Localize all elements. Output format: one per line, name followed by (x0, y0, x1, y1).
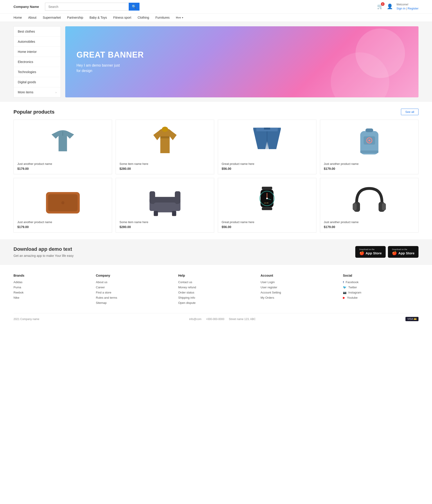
nav-supermarket[interactable]: Supermarket (43, 16, 61, 19)
cart-button[interactable]: 🛒 0 (377, 4, 383, 9)
footer-brand-nike[interactable]: Nike (13, 296, 89, 299)
footer-brand-reebok[interactable]: Reebok (13, 291, 89, 294)
nav-more-dropdown[interactable]: More ▾ (176, 16, 183, 19)
main-section: Best clothes Automobiles Home interior E… (0, 22, 432, 102)
product-price-7: $56.00 (222, 225, 313, 229)
footer-user-login[interactable]: User Login (261, 280, 336, 284)
footer-user-register[interactable]: User register (261, 286, 336, 289)
nav-home[interactable]: Home (13, 16, 22, 19)
footer-order-status[interactable]: Order status (178, 291, 254, 294)
search-button[interactable]: 🔍 (129, 3, 139, 10)
facebook-icon: f (343, 280, 344, 284)
sidebar-item-home-interior[interactable]: Home interior (14, 47, 61, 57)
product-image-6 (119, 182, 210, 218)
product-name-4: Just another product name (324, 162, 415, 165)
svg-rect-5 (264, 128, 270, 130)
footer-email: info@com (189, 318, 201, 321)
sidebar-item-technologies[interactable]: Technologies (14, 67, 61, 77)
product-price-4: $179.00 (324, 167, 415, 171)
footer-money-refund[interactable]: Money refund (178, 286, 254, 289)
product-card-1[interactable]: Just another product name $179.00 (13, 120, 112, 174)
search-input[interactable] (45, 3, 129, 10)
appstore-button-2[interactable]: Download on the 🍎 App Store (388, 246, 419, 258)
svg-text:12:45: 12:45 (264, 202, 269, 204)
sidebar-item-more-items[interactable]: More items › (14, 87, 61, 97)
footer-brands: Brands Adidas Puma Reebok Nike (13, 274, 89, 306)
sidebar-item-digital-goods[interactable]: Digital goods (14, 77, 61, 87)
footer-shipping-info[interactable]: Shipping info (178, 296, 254, 299)
footer-open-dispute[interactable]: Open dispute (178, 301, 254, 305)
footer-copyright: 2021 Company name (13, 318, 39, 321)
nav-more-label: More (176, 16, 181, 19)
footer-instagram[interactable]: 📷 Instagram (343, 291, 419, 294)
product-image-2 (119, 124, 210, 160)
footer-brand-puma[interactable]: Puma (13, 286, 89, 289)
sidebar-item-electronics[interactable]: Electronics (14, 57, 61, 67)
sign-register-links: Sign in | Register (396, 7, 419, 10)
svg-rect-36 (382, 203, 386, 210)
sidebar: Best clothes Automobiles Home interior E… (13, 26, 61, 97)
product-image-8 (324, 182, 415, 218)
footer-rules-terms[interactable]: Rules and terms (96, 296, 171, 299)
footer-brand-adidas[interactable]: Adidas (13, 280, 89, 284)
sidebar-item-best-clothes[interactable]: Best clothes (14, 27, 61, 37)
svg-point-30 (267, 198, 268, 199)
app-download-section: Download app demo text Get an amazing ap… (0, 239, 432, 264)
product-price-8: $179.00 (324, 225, 415, 229)
footer-my-orders[interactable]: My Orders (261, 296, 336, 299)
footer-account-setting[interactable]: Account Setting (261, 291, 336, 294)
svg-rect-35 (353, 203, 357, 210)
footer-company-title: Company (96, 274, 171, 277)
svg-rect-2 (160, 136, 170, 138)
footer-contact[interactable]: Contact us (178, 280, 254, 284)
footer-find-store[interactable]: Find a store (96, 291, 171, 294)
product-card-6[interactable]: Some item name here $280.00 (116, 178, 214, 233)
product-name-7: Great product name here (222, 220, 313, 224)
nav-furnitures[interactable]: Furnitures (156, 16, 170, 19)
nav-fitness[interactable]: Fitness sport (113, 16, 131, 19)
sidebar-label: Electronics (18, 60, 33, 64)
footer-account: Account User Login User register Account… (261, 274, 336, 306)
product-image-5 (17, 182, 108, 218)
sidebar-label: Technologies (18, 70, 36, 74)
nav-baby-toys[interactable]: Baby & Toys (90, 16, 107, 19)
sidebar-label: More items (18, 90, 33, 94)
see-all-button[interactable]: See all (401, 109, 419, 115)
nav-about[interactable]: About (28, 16, 37, 19)
appstore-label-big-1: 🍎 App Store (359, 251, 382, 255)
footer-social: Social f Facebook 🐦 Twitter 📷 Instagram … (343, 274, 419, 306)
sidebar-item-automobiles[interactable]: Automobiles (14, 37, 61, 47)
product-card-2[interactable]: Some item name here $280.00 (116, 120, 214, 174)
product-price-6: $280.00 (119, 225, 210, 229)
product-name-8: Just another product name (324, 220, 415, 224)
svg-rect-23 (262, 187, 272, 189)
footer-columns: Brands Adidas Puma Reebok Nike Company A… (13, 274, 419, 306)
product-card-8[interactable]: Just another product name $179.00 (320, 178, 419, 233)
user-icon[interactable]: 👤 (387, 4, 393, 9)
footer-twitter[interactable]: 🐦 Twitter (343, 286, 419, 289)
product-name-3: Great product name here (222, 162, 313, 165)
sidebar-label: Home interior (18, 50, 37, 54)
popular-products-section: Popular products See all Just another pr… (0, 102, 432, 239)
product-name-5: Just another product name (17, 220, 108, 224)
nav-partnership[interactable]: Partnership (67, 16, 83, 19)
appstore-button-1[interactable]: Download on the 🍎 App Store (355, 246, 386, 258)
sign-in-link[interactable]: Sign in (396, 7, 405, 10)
product-card-5[interactable]: Just another product name $179.00 (13, 178, 112, 233)
footer-address: Street name 123, ABC (229, 318, 256, 321)
footer-sitemap[interactable]: Sitemap (96, 301, 171, 305)
register-link[interactable]: Register (408, 7, 419, 10)
nav-more-arrow-icon: ▾ (182, 16, 183, 19)
footer-social-title: Social (343, 274, 419, 277)
svg-rect-21 (149, 191, 155, 200)
footer-career[interactable]: Career (96, 286, 171, 289)
product-card-3[interactable]: Great product name here $56.00 (218, 120, 316, 174)
nav-clothing[interactable]: Clothing (138, 16, 149, 19)
product-card-7[interactable]: 12:45 Great product name here $56.00 (218, 178, 316, 233)
footer-contact-info: info@com +000-000-0000 Street name 123, … (189, 318, 256, 321)
footer-youtube[interactable]: ▶ Youtube (343, 296, 419, 299)
search-bar: 🔍 (45, 3, 139, 10)
product-card-4[interactable]: Just another product name $179.00 (320, 120, 419, 174)
footer-about-us[interactable]: About us (96, 280, 171, 284)
footer-facebook[interactable]: f Facebook (343, 280, 419, 284)
